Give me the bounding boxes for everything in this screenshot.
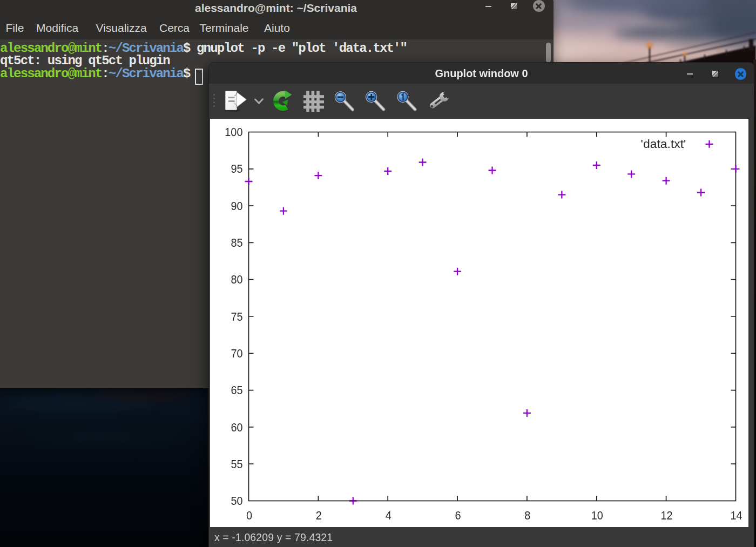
svg-text:80: 80 <box>231 273 242 286</box>
svg-text:14: 14 <box>730 509 742 522</box>
svg-text:65: 65 <box>231 383 242 397</box>
svg-text:60: 60 <box>231 421 242 434</box>
svg-text:2: 2 <box>316 509 322 522</box>
svg-text:12: 12 <box>661 509 673 522</box>
svg-text:70: 70 <box>231 347 242 360</box>
svg-text:90: 90 <box>231 199 242 213</box>
svg-text:50: 50 <box>231 494 242 508</box>
svg-text:95: 95 <box>231 162 242 175</box>
svg-text:8: 8 <box>524 509 530 522</box>
svg-text:100: 100 <box>225 125 242 139</box>
svg-text:4: 4 <box>386 509 392 522</box>
svg-text:10: 10 <box>591 509 603 522</box>
svg-text:'data.txt': 'data.txt' <box>641 137 686 151</box>
svg-text:75: 75 <box>231 310 242 323</box>
svg-text:6: 6 <box>455 509 461 522</box>
svg-text:55: 55 <box>231 457 242 471</box>
svg-text:85: 85 <box>231 236 242 249</box>
svg-text:0: 0 <box>246 509 252 522</box>
